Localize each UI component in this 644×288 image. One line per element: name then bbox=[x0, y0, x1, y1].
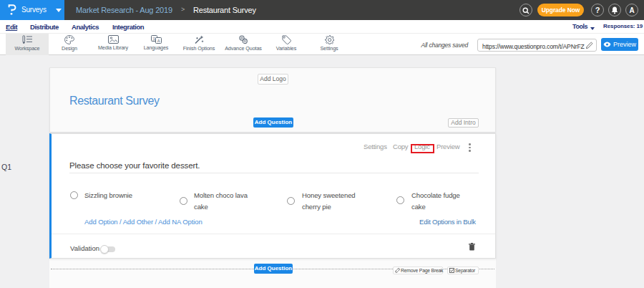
svg-text:A: A bbox=[157, 39, 160, 43]
svg-text:文: 文 bbox=[152, 37, 156, 41]
